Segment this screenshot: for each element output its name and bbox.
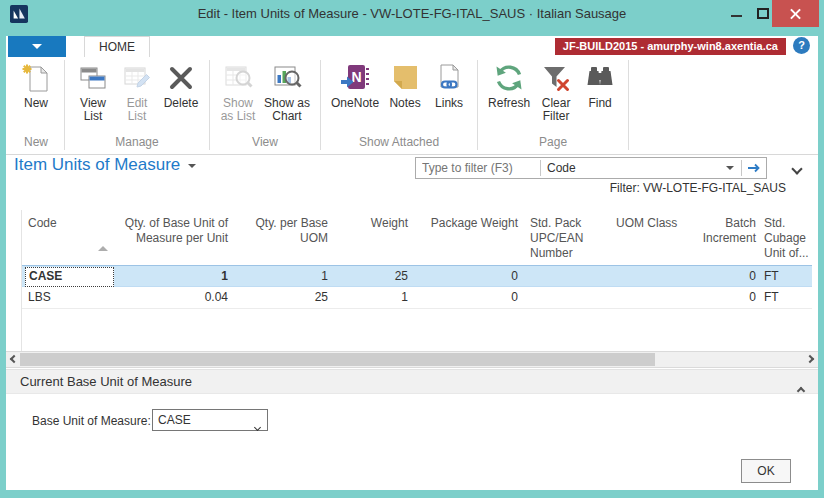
collapse-chevron[interactable] [798, 380, 804, 398]
maximize-icon[interactable] [757, 8, 769, 19]
column-header-qty-per-base-uom[interactable]: Qty. per Base UOM [238, 216, 328, 246]
links-button[interactable]: Links [427, 60, 471, 112]
show-as-chart-icon [271, 62, 303, 94]
clear-filter-button[interactable]: Clear Filter [534, 60, 578, 125]
server-instance-badge: JF-BUILD2015 - amurphy-win8.axentia.ca [555, 38, 786, 55]
ribbon-button-label: OneNote [331, 97, 379, 110]
ribbon-group-manage: View ListEdit ListDeleteManage [66, 57, 208, 154]
new-icon [20, 62, 52, 94]
edit-list-icon [121, 62, 153, 94]
cell-qty-of-base-unit-of-measure-per-unit[interactable]: 0.04 [118, 287, 228, 309]
cell-qty-of-base-unit-of-measure-per-unit[interactable]: 1 [118, 266, 228, 288]
cell-code[interactable]: LBS [28, 287, 114, 309]
active-filter-label: Filter: VW-LOTE-FG-ITAL_SAUS [610, 181, 786, 195]
apply-filter-button[interactable] [742, 158, 766, 178]
links-icon [433, 62, 465, 94]
base-unit-of-measure-select[interactable]: CASE [152, 409, 268, 431]
cell-qty-per-base-uom[interactable]: 25 [238, 287, 328, 309]
show-as-list-button: Show as List [216, 60, 260, 125]
scrollbar-thumb[interactable] [20, 353, 655, 366]
chevron-down-icon [32, 44, 42, 49]
fasttab-title: Current Base Unit of Measure [20, 370, 192, 394]
scroll-left-icon[interactable] [10, 355, 18, 363]
ribbon-button-label: Show as Chart [264, 97, 310, 123]
cell-std-pack-upc-ean-number[interactable] [530, 266, 618, 288]
filter-input[interactable] [416, 159, 540, 177]
cell-weight[interactable]: 1 [338, 287, 408, 309]
refresh-button[interactable]: Refresh [484, 60, 534, 112]
chevron-up-icon [797, 387, 805, 395]
column-header-std-pack-upc-ean-number[interactable]: Std. Pack UPC/EAN Number [530, 216, 618, 261]
application-window: Edit - Item Units of Measure - VW-LOTE-F… [0, 0, 824, 498]
page-title-menu[interactable]: Item Units of Measure [14, 155, 196, 175]
ribbon-button-label: Find [588, 97, 611, 110]
cell-std-cubage-unit-of[interactable]: FT [764, 287, 816, 309]
grid-header-row: CodeQty. of Base Unit of Measure per Uni… [22, 210, 812, 265]
table-row-lbs[interactable]: LBS0.0425100FT [22, 287, 812, 309]
tab-home[interactable]: HOME [84, 36, 150, 57]
page-title: Item Units of Measure [14, 155, 180, 174]
delete-icon [165, 62, 197, 94]
column-header-weight[interactable]: Weight [338, 216, 408, 231]
notes-button[interactable]: Notes [383, 60, 427, 112]
fasttab-current-base-unit[interactable]: Current Base Unit of Measure [6, 369, 818, 394]
ribbon-group-label: View [211, 134, 319, 154]
column-header-batch-increment[interactable]: Batch Increment [692, 216, 756, 246]
show-as-chart-button[interactable]: Show as Chart [260, 60, 314, 125]
ribbon-button-label: Refresh [488, 97, 530, 110]
ribbon-group-label: New [9, 134, 63, 154]
cell-batch-increment[interactable]: 0 [692, 287, 756, 309]
ribbon-button-label: Edit List [127, 97, 148, 123]
ribbon-button-label: New [24, 97, 48, 110]
arrow-right-icon [747, 163, 761, 173]
ribbon-group-label: Manage [66, 134, 208, 154]
title-bar: Edit - Item Units of Measure - VW-LOTE-F… [0, 0, 824, 28]
chevron-down-icon[interactable] [726, 166, 734, 170]
cell-std-cubage-unit-of[interactable]: FT [764, 266, 816, 288]
cell-std-pack-upc-ean-number[interactable] [530, 287, 618, 309]
chevron-down-icon [791, 163, 802, 174]
group-separator [64, 60, 65, 150]
minimize-icon[interactable] [731, 15, 742, 17]
ribbon: NewNewView ListEdit ListDeleteManageShow… [6, 57, 818, 155]
find-button[interactable]: Find [578, 60, 622, 112]
ribbon-group-view: Show as ListShow as ChartView [211, 57, 319, 154]
ribbon-button-label: Notes [389, 97, 420, 110]
find-icon [584, 62, 616, 94]
ribbon-button-label: Clear Filter [542, 97, 571, 123]
cell-batch-increment[interactable]: 0 [692, 266, 756, 288]
column-header-code[interactable]: Code [28, 216, 114, 231]
group-separator [477, 60, 478, 150]
view-list-button[interactable]: View List [71, 60, 115, 125]
column-header-package-weight[interactable]: Package Weight [418, 216, 518, 231]
cell-package-weight[interactable]: 0 [418, 266, 518, 288]
ok-button[interactable]: OK [741, 459, 791, 483]
horizontal-scrollbar [6, 351, 818, 368]
cell-code[interactable]: CASE [25, 267, 114, 287]
cell-qty-per-base-uom[interactable]: 1 [238, 266, 328, 288]
svg-text:N: N [351, 69, 361, 85]
close-button[interactable] [772, 0, 819, 27]
table-row-case[interactable]: CASE112500FT [22, 265, 812, 287]
onenote-button[interactable]: NOneNote [327, 60, 383, 112]
ribbon-button-label: View List [80, 97, 106, 123]
sort-ascending-icon [98, 246, 108, 251]
expand-page-chevron[interactable] [793, 159, 801, 177]
help-button[interactable]: ? [793, 37, 810, 54]
onenote-icon: N [339, 62, 371, 94]
new-button[interactable]: New [14, 60, 58, 112]
group-separator [628, 60, 629, 150]
application-menu-button[interactable] [8, 36, 66, 57]
delete-button[interactable]: Delete [159, 60, 203, 112]
view-list-icon [77, 62, 109, 94]
column-header-qty-of-base-unit-of-measure-per-unit[interactable]: Qty. of Base Unit of Measure per Unit [118, 216, 228, 246]
filter-column-select[interactable]: Code [541, 161, 726, 175]
cell-package-weight[interactable]: 0 [418, 287, 518, 309]
show-as-list-icon [222, 62, 254, 94]
clear-filter-icon [540, 62, 572, 94]
ribbon-group-label: Show Attached [322, 134, 476, 154]
column-header-std-cubage-unit-of[interactable]: Std. Cubage Unit of... [764, 216, 816, 261]
chevron-down-icon [188, 164, 196, 168]
cell-weight[interactable]: 25 [338, 266, 408, 288]
scroll-right-icon[interactable] [806, 355, 814, 363]
